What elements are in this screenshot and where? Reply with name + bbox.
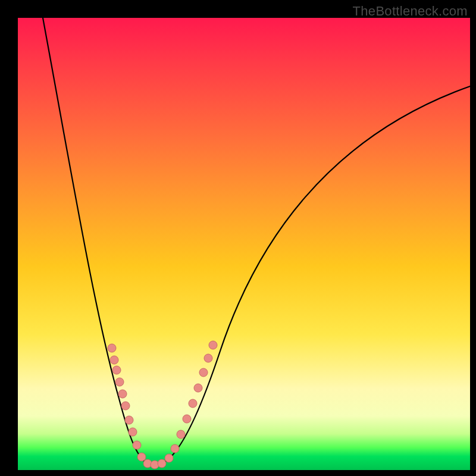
curve-dot <box>171 444 179 453</box>
watermark-text: TheBottleneck.com <box>353 4 468 19</box>
curve-dot <box>133 441 141 449</box>
curve-dot <box>204 354 212 362</box>
curve-dot <box>112 366 121 374</box>
curve-dot <box>125 416 133 424</box>
bottleneck-curve <box>43 18 470 465</box>
curve-dot <box>118 390 127 398</box>
plot-area <box>18 18 470 470</box>
chart-frame: TheBottleneck.com <box>0 0 476 476</box>
curve-dot <box>129 428 137 436</box>
curve-dot <box>209 341 217 349</box>
curve-dot <box>110 356 118 364</box>
curve-dot <box>165 454 173 462</box>
curve-dot <box>199 368 208 377</box>
curve-dot <box>189 399 197 408</box>
curve-dot <box>137 453 146 461</box>
curve-dot <box>177 430 185 439</box>
curve-dot <box>115 378 124 386</box>
curve-svg <box>18 18 470 470</box>
curve-dot <box>194 384 202 392</box>
curve-dot <box>183 415 191 423</box>
curve-dot <box>158 459 166 468</box>
curve-dot <box>121 402 130 410</box>
curve-dot <box>108 344 116 352</box>
